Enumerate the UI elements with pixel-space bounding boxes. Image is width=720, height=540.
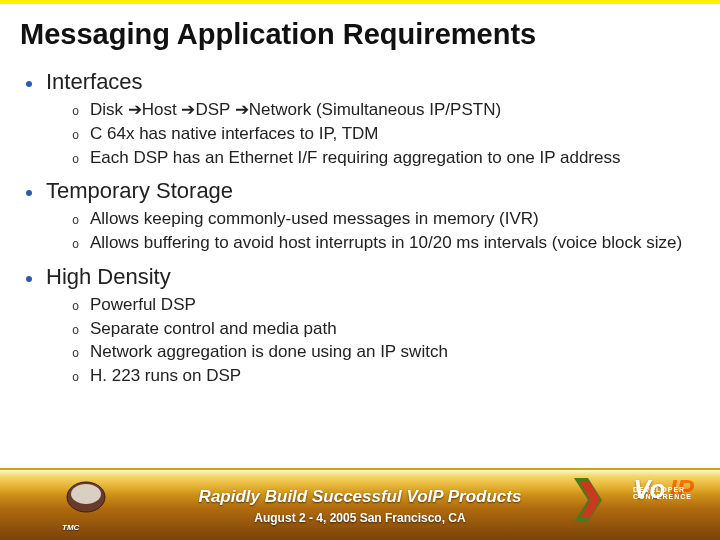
list-item-text: Allows buffering to avoid host interrupt…	[90, 232, 682, 254]
list-item: oAllows buffering to avoid host interrup…	[72, 232, 700, 254]
list-item-text: Allows keeping commonly-used messages in…	[90, 208, 539, 230]
voip-logo: VoIP DEVELOPER CONFERENCE	[633, 476, 694, 502]
footer-headline: Rapidly Build Successful VoIP Products	[199, 487, 522, 507]
footer-band: TMC Rapidly Build Successful VoIP Produc…	[0, 468, 720, 540]
section-label: High Density	[46, 264, 171, 290]
bullet-dot-icon	[26, 276, 32, 282]
voip-logo-subtext: DEVELOPER CONFERENCE	[633, 486, 692, 500]
list-item: oPowerful DSP	[72, 294, 700, 316]
slide-content: Messaging Application Requirements Inter…	[0, 4, 720, 387]
list-item-text: Each DSP has an Ethernet I/F requiring a…	[90, 147, 621, 169]
bullet-list: Interfaces oDisk ➔Host ➔DSP ➔Network (Si…	[26, 69, 700, 387]
sub-list: oPowerful DSP oSeparate control and medi…	[72, 294, 700, 387]
list-item: oC 64x has native interfaces to IP, TDM	[72, 123, 700, 145]
list-item-text: H. 223 runs on DSP	[90, 365, 241, 387]
footer-inner: Rapidly Build Successful VoIP Products A…	[0, 470, 720, 540]
list-item-text: Disk ➔Host ➔DSP ➔Network (Simultaneous I…	[90, 99, 501, 121]
list-item: oEach DSP has an Ethernet I/F requiring …	[72, 147, 700, 169]
section-high-density: High Density oPowerful DSP oSeparate con…	[26, 264, 700, 387]
list-item-text: Powerful DSP	[90, 294, 196, 316]
list-item: oSeparate control and media path	[72, 318, 700, 340]
list-item-text: Network aggregation is done using an IP …	[90, 341, 448, 363]
list-item: oAllows keeping commonly-used messages i…	[72, 208, 700, 230]
section-label: Temporary Storage	[46, 178, 233, 204]
slide-title: Messaging Application Requirements	[20, 18, 700, 51]
circle-bullet-icon: o	[72, 371, 90, 385]
section-temporary-storage: Temporary Storage oAllows keeping common…	[26, 178, 700, 254]
bullet-dot-icon	[26, 81, 32, 87]
section-interfaces: Interfaces oDisk ➔Host ➔DSP ➔Network (Si…	[26, 69, 700, 168]
circle-bullet-icon: o	[72, 129, 90, 143]
bullet-dot-icon	[26, 190, 32, 196]
slide: Messaging Application Requirements Inter…	[0, 0, 720, 540]
sub-list: oDisk ➔Host ➔DSP ➔Network (Simultaneous …	[72, 99, 700, 168]
circle-bullet-icon: o	[72, 238, 90, 252]
circle-bullet-icon: o	[72, 153, 90, 167]
list-item: oNetwork aggregation is done using an IP…	[72, 341, 700, 363]
sub-list: oAllows keeping commonly-used messages i…	[72, 208, 700, 254]
list-item-text: Separate control and media path	[90, 318, 337, 340]
circle-bullet-icon: o	[72, 324, 90, 338]
circle-bullet-icon: o	[72, 347, 90, 361]
list-item-text: C 64x has native interfaces to IP, TDM	[90, 123, 379, 145]
chevron-icon	[574, 478, 602, 522]
section-label: Interfaces	[46, 69, 143, 95]
footer-subline: August 2 - 4, 2005 San Francisco, CA	[254, 511, 465, 525]
circle-bullet-icon: o	[72, 300, 90, 314]
circle-bullet-icon: o	[72, 214, 90, 228]
list-item: oDisk ➔Host ➔DSP ➔Network (Simultaneous …	[72, 99, 700, 121]
list-item: oH. 223 runs on DSP	[72, 365, 700, 387]
circle-bullet-icon: o	[72, 105, 90, 119]
